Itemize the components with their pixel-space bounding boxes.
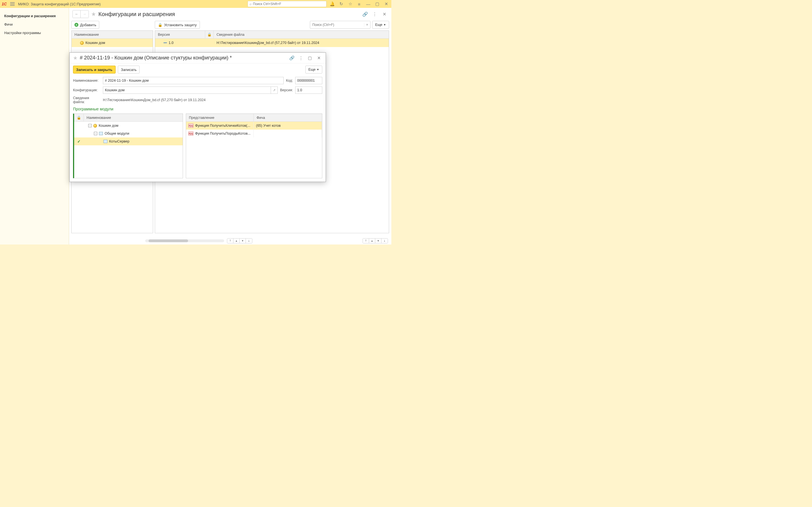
collapse-icon[interactable]: −	[88, 124, 92, 127]
close-page-icon[interactable]: ✕	[380, 10, 388, 18]
sidebar: Конфигурации и расширения Фичи Настройки…	[0, 8, 69, 244]
list-search-input[interactable]	[310, 23, 364, 27]
hscrollbar-left[interactable]	[145, 239, 224, 242]
func-row[interactable]: F(x) Функция ПолучитьПородыКотов...	[186, 129, 322, 137]
favorite-star-icon[interactable]: ★	[73, 55, 78, 61]
tree-row[interactable]: − Общие модули	[74, 129, 183, 137]
dialog-more-button[interactable]: Еще ▼	[305, 66, 322, 73]
nav-down-icon[interactable]: ▼	[375, 238, 382, 243]
main-menu-icon[interactable]	[9, 1, 16, 7]
protect-button-label: Установить защиту	[164, 23, 197, 27]
structure-dialog: ★ # 2024-11-19 - Кошкин дом (Описание ст…	[69, 52, 326, 182]
file-value: H:\Тестирование\КошкинДом_bd.cf (57,270 …	[214, 39, 389, 47]
version-field[interactable]: 1.0	[295, 87, 322, 94]
config-ball-icon	[93, 124, 97, 128]
nav-down-icon[interactable]: ▼	[240, 238, 246, 243]
col-lock[interactable]: 🔒	[205, 31, 214, 38]
col-tree-name[interactable]: Наименование	[84, 114, 183, 121]
chevron-down-icon: ▼	[384, 23, 386, 26]
config-value: Кошкин дом	[103, 87, 271, 94]
tree-row[interactable]: ✓ КотыСервер	[74, 137, 183, 145]
col-version[interactable]: Версия	[155, 31, 205, 38]
global-search[interactable]: ⌕	[248, 1, 326, 7]
save-button[interactable]: Записать	[118, 66, 140, 73]
open-ref-icon[interactable]: ↗	[271, 87, 277, 94]
label-name: Наименование:	[73, 78, 101, 82]
table-row[interactable]: 1.0 H:\Тестирование\КошкинДом_bd.cf (57,…	[155, 39, 389, 47]
nav-last-icon[interactable]: ⤓	[382, 238, 388, 243]
chevron-down-icon: ▼	[317, 68, 319, 71]
nav-first-icon[interactable]: ⤒	[363, 238, 369, 243]
nav-pills-right[interactable]: ⤒ ▲ ▼ ⤓	[363, 238, 388, 243]
add-button[interactable]: + Добавить	[71, 21, 99, 29]
logo-1c-icon: 1C	[2, 2, 7, 6]
name-field[interactable]: # 2024-11-19 - Кошкин дом	[103, 77, 284, 84]
func-row[interactable]: F(x) Функция ПолучитьКличкиКотов(... (65…	[186, 122, 322, 129]
config-field[interactable]: Кошкин дом ↗	[103, 87, 278, 94]
close-icon[interactable]: ✕	[315, 55, 322, 61]
nav-pills-left[interactable]: ⤒ ▲ ▼ ⤓	[227, 238, 252, 243]
nav-forward-button[interactable]: →	[81, 10, 89, 18]
minimize-icon[interactable]: —	[365, 1, 371, 7]
nav-up-icon[interactable]: ▲	[234, 238, 240, 243]
more-button-label: Еще	[308, 68, 315, 71]
kebab-icon[interactable]: ⋮	[297, 55, 304, 61]
history-icon[interactable]: ↻	[338, 1, 345, 7]
config-name: Кошкин дом	[86, 41, 105, 45]
lock-icon: 🔒	[158, 23, 162, 27]
kebab-icon[interactable]: ⋮	[371, 10, 378, 18]
function-icon: F(x)	[188, 131, 193, 135]
code-field[interactable]: 000000001	[295, 77, 322, 84]
more-button-label: Еще	[375, 23, 382, 27]
nav-last-icon[interactable]: ⤓	[246, 238, 252, 243]
col-lock-icon[interactable]: 🔒	[74, 114, 84, 121]
dash-icon	[163, 43, 167, 43]
save-close-button[interactable]: Записать и закрыть	[73, 66, 116, 73]
sidebar-item-features[interactable]: Фичи	[0, 20, 69, 29]
maximize-icon[interactable]: ▢	[374, 1, 380, 7]
list-search[interactable]: ×	[310, 21, 370, 29]
favorite-star-icon[interactable]: ★	[91, 11, 96, 17]
label-config: Конфигурация:	[73, 88, 101, 92]
clear-search-icon[interactable]: ×	[364, 23, 370, 27]
add-button-label: Добавить	[80, 23, 96, 27]
star-icon[interactable]: ☆	[347, 1, 354, 7]
col-file[interactable]: Сведения файла	[214, 31, 389, 38]
check-icon: ✓	[77, 139, 81, 144]
close-icon[interactable]: ✕	[383, 1, 390, 7]
link-icon[interactable]: 🔗	[289, 55, 295, 61]
label-version: Версия:	[280, 88, 293, 92]
tree-row[interactable]: − Кошкин дом	[74, 122, 183, 129]
global-search-input[interactable]	[253, 2, 324, 6]
tree-node-label: Общие модули	[105, 131, 129, 135]
module-folder-icon	[99, 132, 103, 135]
plus-icon: +	[74, 23, 79, 27]
section-modules: Программные модули	[70, 105, 326, 112]
link-icon[interactable]: 🔗	[361, 10, 369, 18]
sidebar-item-settings[interactable]: Настройки программы	[0, 29, 69, 37]
protect-button[interactable]: 🔒 Установить защиту	[155, 21, 200, 29]
more-button[interactable]: Еще ▼	[372, 21, 389, 29]
dialog-title: # 2024-11-19 - Кошкин дом (Описание стук…	[80, 55, 286, 61]
col-feature[interactable]: Фича	[254, 114, 322, 121]
table-row[interactable]: Кошкин дом	[71, 39, 153, 47]
titlebar: 1C МИКО: Защита конфигураций (1С:Предпри…	[0, 0, 391, 8]
tree-node-label: Кошкин дом	[99, 124, 118, 128]
col-name[interactable]: Наименование	[71, 31, 153, 38]
bottom-controls: ⤒ ▲ ▼ ⤓ ⤒ ▲ ▼ ⤓	[145, 238, 388, 243]
sidebar-item-configs[interactable]: Конфигурации и расширения	[0, 12, 69, 20]
nav-back-button[interactable]: ←	[73, 10, 81, 18]
maximize-icon[interactable]: ▢	[306, 55, 313, 61]
bell-icon[interactable]: 🔔	[329, 1, 336, 7]
tree-node-label: КотыСервер	[109, 139, 130, 144]
label-code: Код:	[286, 78, 293, 82]
col-representation[interactable]: Представление	[186, 114, 254, 121]
label-file: Сведения файла:	[73, 96, 101, 104]
collapse-icon[interactable]: −	[94, 132, 97, 135]
settings-icon[interactable]: ≡	[356, 1, 363, 7]
search-icon: ⌕	[250, 2, 252, 6]
nav-first-icon[interactable]: ⤒	[227, 238, 234, 243]
file-value: H:\Тестирование\КошкинДом_bd.cf (57,270 …	[103, 98, 206, 102]
nav-up-icon[interactable]: ▲	[369, 238, 375, 243]
func-feature	[254, 129, 322, 137]
